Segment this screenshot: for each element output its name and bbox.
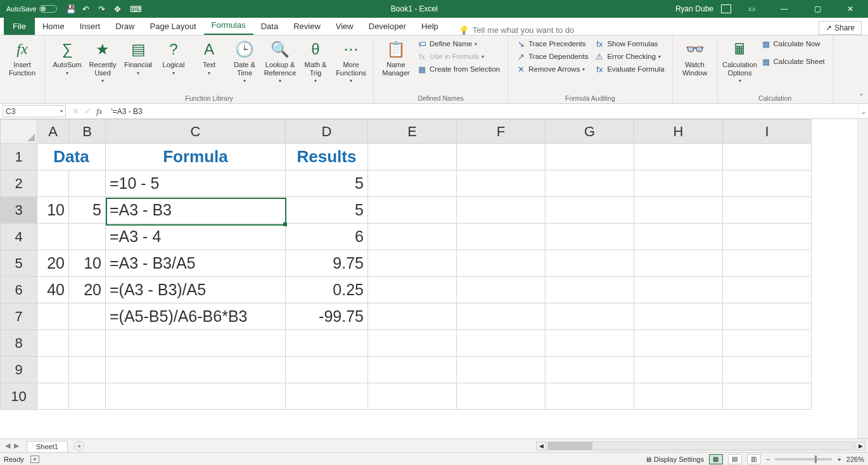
col-header-D[interactable]: D	[286, 120, 368, 144]
tell-me-search[interactable]: 💡 Tell me what you want to do	[459, 25, 574, 35]
cell-A4[interactable]	[37, 224, 69, 250]
tab-insert[interactable]: Insert	[72, 18, 108, 35]
cell-H4[interactable]	[634, 224, 723, 250]
cell-E8[interactable]	[368, 330, 457, 357]
cell-A6[interactable]: 40	[37, 277, 69, 303]
display-settings-button[interactable]: 🖥 Display Settings	[645, 455, 704, 463]
watch-window-button[interactable]: 👓Watch Window	[678, 38, 712, 78]
cell-C6[interactable]: =(A3 - B3)/A5	[106, 277, 286, 303]
tab-review[interactable]: Review	[286, 18, 328, 35]
cell-A1-B1[interactable]: Data	[37, 144, 106, 170]
cell-D9[interactable]	[286, 357, 368, 383]
cell-C8[interactable]	[106, 330, 286, 357]
show-formulas-button[interactable]: fxShow Formulas	[592, 38, 667, 49]
cell-E7[interactable]	[368, 303, 457, 330]
cell-E3[interactable]	[368, 197, 457, 224]
cell-G9[interactable]	[546, 357, 634, 383]
autosum-button[interactable]: ∑AutoSum▾	[50, 38, 84, 77]
zoom-slider[interactable]	[775, 458, 832, 461]
cell-F2[interactable]	[457, 170, 546, 197]
row-header-7[interactable]: 7	[1, 303, 37, 330]
cell-E6[interactable]	[368, 277, 457, 303]
cancel-icon[interactable]: ✕	[72, 106, 79, 116]
row-header-6[interactable]: 6	[1, 277, 37, 303]
cell-H9[interactable]	[634, 357, 723, 383]
qat-customize-icon[interactable]: ⌨▾	[130, 4, 144, 14]
financial-button[interactable]: ▤Financial▾	[121, 38, 155, 77]
horizontal-scrollbar[interactable]: ◀ ▶	[536, 442, 865, 450]
recently-used-button[interactable]: ★Recently Used▾	[86, 38, 120, 85]
cell-F10[interactable]	[457, 383, 546, 410]
trace-precedents-button[interactable]: ↘Trace Precedents	[513, 38, 590, 49]
autosave-toggle[interactable]: AutoSave	[6, 5, 57, 13]
cell-F5[interactable]	[457, 250, 546, 277]
name-box-dropdown-icon[interactable]: ▾	[60, 108, 63, 114]
zoom-out-button[interactable]: −	[766, 455, 770, 463]
cell-C7[interactable]: =(A5-B5)/A6-B6*B3	[106, 303, 286, 330]
cell-C10[interactable]	[106, 383, 286, 410]
cell-B9[interactable]	[69, 357, 106, 383]
tab-view[interactable]: View	[328, 18, 361, 35]
row-header-8[interactable]: 8	[1, 330, 37, 357]
cell-G4[interactable]	[546, 224, 634, 250]
cell-H10[interactable]	[634, 383, 723, 410]
cell-D4[interactable]: 6	[286, 224, 368, 250]
lookup-reference-button[interactable]: 🔍Lookup & Reference▾	[263, 38, 297, 85]
insert-function-button[interactable]: fx Insert Function	[5, 38, 39, 78]
cell-I7[interactable]	[723, 303, 812, 330]
user-avatar-icon[interactable]	[721, 4, 731, 13]
spreadsheet-grid[interactable]: A B C D E F G H I 1 Data Formula Results…	[0, 119, 868, 438]
sheet-nav-next-icon[interactable]: ▶	[14, 442, 19, 450]
cell-H1[interactable]	[634, 144, 723, 170]
define-name-button[interactable]: 🏷Define Name ▾	[414, 38, 502, 49]
cell-H6[interactable]	[634, 277, 723, 303]
toggle-off-icon[interactable]	[39, 5, 57, 13]
calculation-options-button[interactable]: 🖩Calculation Options▾	[723, 38, 757, 85]
cell-E1[interactable]	[368, 144, 457, 170]
cell-E10[interactable]	[368, 383, 457, 410]
cell-H2[interactable]	[634, 170, 723, 197]
minimize-button[interactable]: —	[772, 0, 797, 18]
view-page-layout-icon[interactable]: ▤	[728, 454, 742, 464]
close-button[interactable]: ✕	[838, 0, 863, 18]
cell-D8[interactable]	[286, 330, 368, 357]
row-header-10[interactable]: 10	[1, 383, 37, 410]
cell-H3[interactable]	[634, 197, 723, 224]
cell-I8[interactable]	[723, 330, 812, 357]
col-header-C[interactable]: C	[106, 120, 286, 144]
create-from-selection-button[interactable]: ▦Create from Selection	[414, 63, 502, 75]
cell-I4[interactable]	[723, 224, 812, 250]
cell-B7[interactable]	[69, 303, 106, 330]
cell-B8[interactable]	[69, 330, 106, 357]
cell-H5[interactable]	[634, 250, 723, 277]
ribbon-display-options-icon[interactable]: ▭	[739, 0, 764, 18]
cell-I10[interactable]	[723, 383, 812, 410]
remove-arrows-button[interactable]: ✕Remove Arrows ▾	[513, 63, 590, 75]
insert-function-icon[interactable]: fx	[96, 106, 102, 117]
cell-G10[interactable]	[546, 383, 634, 410]
cell-H7[interactable]	[634, 303, 723, 330]
cell-B5[interactable]: 10	[69, 250, 106, 277]
cell-F4[interactable]	[457, 224, 546, 250]
redo-icon[interactable]: ↷▾	[98, 4, 108, 14]
cell-C2[interactable]: =10 - 5	[106, 170, 286, 197]
add-sheet-button[interactable]: +	[74, 441, 84, 451]
touch-mode-icon[interactable]: ✥▾	[114, 4, 124, 14]
cell-G3[interactable]	[546, 197, 634, 224]
enter-icon[interactable]: ✓	[84, 106, 91, 116]
zoom-level[interactable]: 226%	[846, 455, 864, 463]
row-header-5[interactable]: 5	[1, 250, 37, 277]
col-header-A[interactable]: A	[37, 120, 69, 144]
col-header-G[interactable]: G	[546, 120, 634, 144]
cell-A2[interactable]	[37, 170, 69, 197]
cell-C5[interactable]: =A3 - B3/A5	[106, 250, 286, 277]
cell-E2[interactable]	[368, 170, 457, 197]
cell-F8[interactable]	[457, 330, 546, 357]
zoom-in-button[interactable]: +	[837, 455, 841, 463]
logical-button[interactable]: ?Logical▾	[156, 38, 191, 77]
cell-A7[interactable]	[37, 303, 69, 330]
name-manager-button[interactable]: 📋Name Manager	[379, 38, 413, 78]
cell-G2[interactable]	[546, 170, 634, 197]
cell-C1[interactable]: Formula	[106, 144, 286, 170]
cell-A3[interactable]: 10	[37, 197, 69, 224]
